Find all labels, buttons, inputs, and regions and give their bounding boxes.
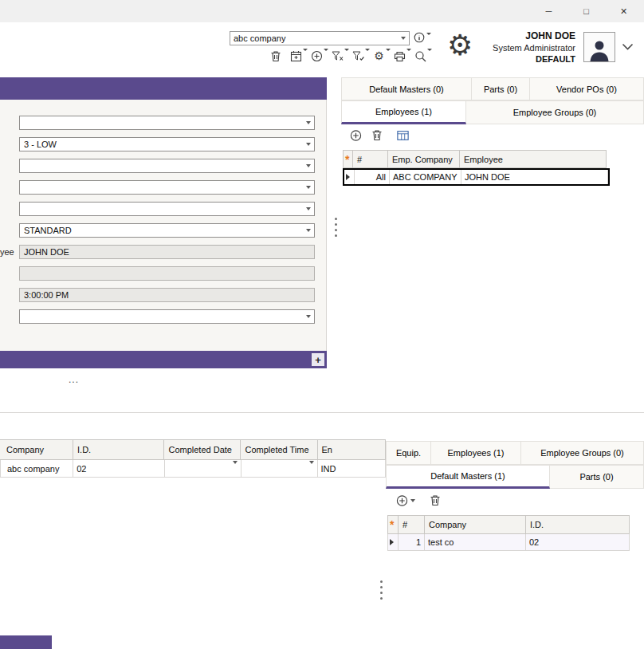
print-icon[interactable] xyxy=(394,50,406,62)
form-dropdown-type[interactable]: STANDARD xyxy=(19,223,315,238)
form-dropdown-4[interactable] xyxy=(19,180,315,195)
form-dropdown-10[interactable] xyxy=(19,309,315,324)
add-row-dropdown-icon[interactable] xyxy=(396,494,415,506)
add-icon[interactable] xyxy=(311,50,323,62)
action-toolbar: ⚙ xyxy=(269,50,426,62)
dropdown-caret-icon[interactable] xyxy=(303,315,314,318)
column-header-id[interactable]: I.D. xyxy=(73,439,164,460)
required-column-header: * xyxy=(387,515,399,534)
cell-completed-date[interactable] xyxy=(165,460,242,478)
row-selector-cell[interactable] xyxy=(387,534,399,551)
cell-num[interactable]: All xyxy=(355,170,390,184)
tab-default-masters[interactable]: Default Masters (0) xyxy=(341,77,472,100)
column-header-completed-date[interactable]: Completed Date xyxy=(164,439,241,460)
schedule-icon[interactable] xyxy=(290,50,302,62)
delete-icon[interactable] xyxy=(269,50,281,62)
column-header-id[interactable]: I.D. xyxy=(526,515,630,534)
right-panel-tabs-row1: Default Masters (0) Parts (0) Vendor POs… xyxy=(341,77,644,100)
bottom-status-bar xyxy=(0,635,52,649)
required-column-header: * xyxy=(343,150,353,168)
settings-gear-icon[interactable]: ⚙ xyxy=(447,30,473,61)
tab-employee-groups-bottom[interactable]: Employee Groups (0) xyxy=(521,441,644,465)
dropdown-caret-icon[interactable] xyxy=(303,164,314,167)
close-button[interactable]: ✕ xyxy=(605,0,642,22)
column-header-employee[interactable]: Employee xyxy=(460,150,607,168)
default-masters-grid-row[interactable]: 1 test co 02 xyxy=(387,534,630,551)
employee-field-value: JOHN DOE xyxy=(20,247,314,257)
tab-parts[interactable]: Parts (0) xyxy=(472,77,530,100)
more-indicator: ... xyxy=(69,374,79,385)
add-row-icon[interactable] xyxy=(350,129,362,141)
cell-company[interactable]: abc company xyxy=(0,460,73,478)
cell-completed-time[interactable] xyxy=(242,460,318,478)
dropdown-caret-icon[interactable] xyxy=(303,229,314,232)
column-header-num[interactable]: # xyxy=(399,515,425,534)
grid-view-icon[interactable] xyxy=(397,129,409,141)
tasks-grid-row[interactable]: abc company 02 IND xyxy=(0,460,386,478)
form-dropdown-5[interactable] xyxy=(19,202,315,216)
cell-num[interactable]: 1 xyxy=(399,534,425,551)
employees-grid-row[interactable]: All ABC COMPANY JOHN DOE xyxy=(343,168,610,186)
filter-apply-icon[interactable] xyxy=(352,50,364,62)
employees-grid-header: * # Emp. Company Employee xyxy=(343,150,610,168)
tab-employee-groups[interactable]: Employee Groups (0) xyxy=(466,100,644,124)
default-masters-grid-header: * # Company I.D. xyxy=(387,515,630,534)
titlebar: ─ □ ✕ xyxy=(0,0,644,22)
user-menu-chevron-down-icon[interactable] xyxy=(622,42,634,52)
cell-emp-company[interactable]: ABC COMPANY xyxy=(390,170,461,184)
delete-row-icon[interactable] xyxy=(429,494,441,506)
dropdown-caret-icon[interactable] xyxy=(303,143,314,146)
tab-default-masters-bottom[interactable]: Default Masters (1) xyxy=(386,465,550,489)
options-gear-icon[interactable]: ⚙ xyxy=(373,50,385,62)
cell-company[interactable]: test co xyxy=(425,534,526,551)
user-role: System Administrator xyxy=(470,43,575,53)
column-header-company[interactable]: Company xyxy=(425,515,526,534)
type-value: STANDARD xyxy=(20,226,303,235)
tab-employees[interactable]: Employees (1) xyxy=(341,100,466,124)
search-input[interactable] xyxy=(230,33,398,43)
dropdown-caret-icon[interactable] xyxy=(303,121,314,124)
current-row-indicator-icon xyxy=(346,174,350,180)
time-dropdown-caret-icon[interactable] xyxy=(309,464,314,474)
date-dropdown-caret-icon[interactable] xyxy=(233,464,238,474)
column-header-en[interactable]: En xyxy=(318,439,386,460)
info-button[interactable] xyxy=(414,32,431,43)
cell-id[interactable]: 02 xyxy=(526,534,630,551)
dropdown-caret-icon[interactable] xyxy=(303,207,314,210)
form-dropdown-1[interactable] xyxy=(19,116,315,130)
default-masters-grid: * # Company I.D. 1 test co 02 xyxy=(387,515,630,551)
form-dropdown-priority[interactable]: 3 - LOW xyxy=(19,137,315,151)
minimize-button[interactable]: ─ xyxy=(530,0,567,22)
tab-employees-bottom[interactable]: Employees (1) xyxy=(431,441,521,465)
user-avatar[interactable] xyxy=(583,32,615,62)
section-add-button[interactable]: + xyxy=(312,353,324,366)
cell-id[interactable]: 02 xyxy=(73,460,164,478)
tab-vendor-pos[interactable]: Vendor POs (0) xyxy=(530,77,644,100)
column-header-company[interactable]: Company xyxy=(0,439,73,460)
cell-employee[interactable]: JOHN DOE xyxy=(461,170,608,184)
column-header-emp-company[interactable]: Emp. Company xyxy=(388,150,460,168)
delete-row-icon[interactable] xyxy=(371,129,383,141)
tasks-grid: Company I.D. Completed Date Completed Ti… xyxy=(0,439,386,478)
info-dropdown-caret-icon xyxy=(426,33,431,35)
tab-parts-bottom[interactable]: Parts (0) xyxy=(550,465,644,489)
form-dropdown-3[interactable] xyxy=(19,159,315,173)
person-icon xyxy=(587,37,611,61)
global-search-combobox[interactable] xyxy=(230,31,410,45)
employees-grid: * # Emp. Company Employee All ABC COMPAN… xyxy=(343,150,610,186)
cell-en[interactable]: IND xyxy=(318,460,386,478)
panel-splitter-handle[interactable] xyxy=(335,216,337,238)
search-combo-caret-icon[interactable] xyxy=(398,37,409,40)
search-icon[interactable] xyxy=(414,50,426,62)
bottom-panel-splitter-handle[interactable] xyxy=(380,579,383,601)
tab-equip[interactable]: Equip. xyxy=(386,441,431,465)
row-selector-cell[interactable] xyxy=(344,170,355,184)
employee-field: JOHN DOE xyxy=(19,245,315,259)
time-field: 3:00:00 PM xyxy=(19,288,315,302)
column-header-completed-time[interactable]: Completed Time xyxy=(241,439,317,460)
filter-clear-icon[interactable] xyxy=(332,50,344,62)
dropdown-caret-icon[interactable] xyxy=(303,186,314,189)
default-masters-grid-toolbar xyxy=(396,494,450,506)
maximize-button[interactable]: □ xyxy=(567,0,605,22)
column-header-num[interactable]: # xyxy=(353,150,388,168)
